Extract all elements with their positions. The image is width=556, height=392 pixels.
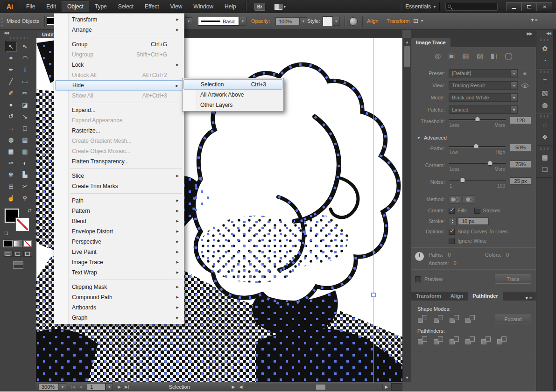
panel-grip[interactable] — [540, 71, 549, 73]
magic-wand-tool[interactable]: ✶ — [5, 53, 17, 64]
tab-transform[interactable]: Transform — [411, 292, 446, 301]
eraser-tool[interactable]: ◪ — [19, 99, 31, 111]
menu-item-all-artwork-above[interactable]: All Artwork Above — [183, 90, 282, 100]
zoom-tool[interactable]: ⚲ — [19, 193, 31, 204]
menu-item-envelope-distort[interactable]: Envelope Distort▶ — [55, 226, 183, 237]
transparency-panel-icon[interactable]: ◍ — [536, 99, 553, 111]
merge-icon[interactable] — [450, 336, 459, 344]
trace-preset-auto-color-icon[interactable]: ◎ — [435, 52, 441, 60]
gradient-button[interactable] — [14, 240, 22, 247]
menu-item-lock[interactable]: Lock▶ — [55, 60, 183, 70]
threshold-slider[interactable] — [449, 117, 506, 122]
vertical-scroll-thumb[interactable] — [404, 46, 410, 67]
menu-item-live-paint[interactable]: Live Paint▶ — [55, 247, 183, 257]
gradient-panel-icon[interactable]: ▧ — [536, 87, 553, 99]
advanced-section-toggle[interactable]: ▼ Advanced — [411, 133, 536, 143]
menu-item-path[interactable]: Path▶ — [55, 196, 183, 206]
noise-slider-thumb[interactable] — [460, 177, 465, 182]
preset-menu-icon[interactable]: ≡ — [518, 70, 531, 77]
draw-normal-button[interactable] — [4, 251, 13, 257]
view-dropdown[interactable]: Tracing Result▾ — [449, 81, 518, 90]
status-menu-arrow-icon[interactable]: ▶ — [230, 385, 237, 389]
menu-item-blend[interactable]: Blend▶ — [55, 216, 183, 226]
menu-item-image-trace[interactable]: Image Trace▶ — [55, 257, 183, 267]
trim-icon[interactable] — [434, 336, 443, 344]
panel-grip[interactable] — [1, 16, 3, 27]
menu-item-selection[interactable]: SelectionCtrl+3 — [183, 79, 282, 90]
artboard-tool[interactable]: ⊞ — [5, 181, 17, 192]
trace-preset-photo-icon[interactable]: ▣ — [448, 52, 455, 60]
menu-item-create-trim-marks[interactable]: Create Trim Marks — [55, 181, 183, 191]
menu-item-create-object-mosaic[interactable]: Create Object Mosaic... — [55, 146, 183, 156]
align-link[interactable]: Align — [367, 18, 378, 24]
unite-icon[interactable] — [418, 315, 427, 323]
minus-back-icon[interactable] — [497, 336, 507, 344]
menu-item-arrange[interactable]: Arrange▶ — [55, 25, 183, 35]
none-button[interactable] — [23, 240, 32, 247]
menu-effect[interactable]: Effect — [139, 1, 164, 12]
panel-grip[interactable] — [9, 37, 28, 39]
lasso-tool[interactable]: ◠ — [19, 53, 31, 64]
vertical-scrollbar[interactable]: ▲ ▼ — [402, 38, 411, 382]
pen-tool[interactable]: ✒ — [5, 64, 17, 76]
panel-grip[interactable] — [540, 147, 549, 150]
color-panel-icon[interactable]: ✿ — [536, 42, 553, 55]
mode-dropdown[interactable]: Black and White▾ — [449, 93, 518, 102]
tab-align[interactable]: Align — [446, 292, 468, 301]
scroll-up-icon[interactable]: ▲ — [403, 39, 411, 46]
style-swatch-dropdown[interactable]: ▾ — [323, 17, 340, 26]
menu-object[interactable]: Object — [62, 1, 89, 12]
draw-behind-button[interactable] — [14, 251, 22, 257]
opacity-dropdown[interactable]: 100%▾ — [275, 17, 307, 25]
trace-preset-low-color-icon[interactable]: ▨ — [477, 52, 483, 60]
rotate-tool[interactable]: ↺ — [5, 111, 17, 122]
width-tool[interactable]: ↔ — [5, 123, 17, 134]
opacity-link[interactable]: Opacity: — [251, 18, 270, 24]
search-input[interactable] — [445, 3, 498, 11]
color-button[interactable] — [4, 240, 12, 247]
trace-preset-high-color-icon[interactable]: ▦ — [462, 52, 469, 60]
menu-item-graph[interactable]: Graph▶ — [55, 313, 183, 323]
paths-value[interactable]: 50% — [510, 144, 531, 151]
method-abutting-button[interactable] — [449, 195, 461, 204]
menu-item-slice[interactable]: Slice▶ — [55, 171, 183, 181]
stroke-swatch[interactable] — [16, 218, 29, 231]
recolor-artwork-icon[interactable] — [349, 17, 358, 26]
workspace-switcher[interactable]: Essentials▾ — [405, 3, 436, 10]
menu-item-expand-appearance[interactable]: Expand Appearance — [55, 115, 183, 126]
step-down-icon[interactable]: ▾ — [452, 221, 453, 224]
fills-checkbox[interactable]: ✓ — [449, 208, 455, 214]
hand-tool[interactable]: ☝ — [5, 193, 17, 204]
menu-item-create-gradient-mesh[interactable]: Create Gradient Mesh... — [55, 136, 183, 146]
menu-type[interactable]: Type — [89, 1, 113, 12]
stroke-stepper[interactable]: ▴▾ — [449, 217, 457, 225]
arrange-documents-icon[interactable]: ▾ — [274, 4, 286, 10]
stroke-value-field[interactable]: 10 px — [458, 217, 489, 225]
menu-item-unlock-all[interactable]: Unlock AllAlt+Ctrl+2 — [55, 70, 183, 80]
horizontal-scrollbar[interactable] — [245, 384, 383, 390]
menu-window[interactable]: Window — [188, 1, 219, 12]
close-button[interactable]: × — [537, 2, 552, 11]
blend-tool[interactable]: ◐ — [19, 158, 31, 169]
slice-tool[interactable]: ✂ — [19, 181, 31, 192]
selection-tool[interactable]: ↖ — [5, 41, 17, 52]
menu-item-flatten-transparency[interactable]: Flatten Transparency... — [55, 156, 183, 167]
panel-grip[interactable] — [540, 115, 549, 118]
scroll-left-icon[interactable]: ◀ — [237, 385, 245, 389]
scroll-down-icon[interactable]: ▼ — [403, 374, 411, 381]
menu-item-pattern[interactable]: Pattern▶ — [55, 206, 183, 216]
strokes-checkbox[interactable]: ✓ — [474, 208, 480, 214]
outline-icon[interactable] — [481, 336, 491, 344]
minus-front-icon[interactable] — [434, 315, 443, 323]
perspective-grid-tool[interactable]: ▤ — [19, 134, 31, 146]
horizontal-scroll-thumb[interactable] — [316, 385, 325, 390]
layers-panel-icon[interactable]: ▤ — [536, 151, 553, 163]
tab-image-trace[interactable]: Image Trace — [411, 38, 450, 47]
first-artboard-icon[interactable]: |◀ — [71, 385, 75, 389]
corners-slider-thumb[interactable] — [487, 161, 493, 166]
expand-button[interactable]: Expand — [495, 315, 531, 323]
panel-grip[interactable] — [540, 39, 549, 41]
crop-icon[interactable] — [465, 336, 475, 344]
trace-button[interactable]: Trace — [495, 274, 531, 284]
appearance-panel-icon[interactable]: ◌ — [536, 119, 553, 131]
